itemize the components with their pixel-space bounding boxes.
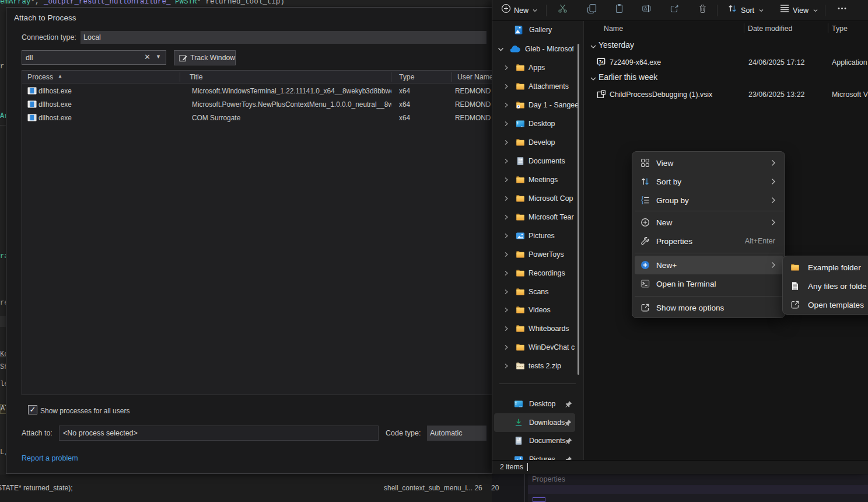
svg-text:7z: 7z <box>599 60 604 64</box>
